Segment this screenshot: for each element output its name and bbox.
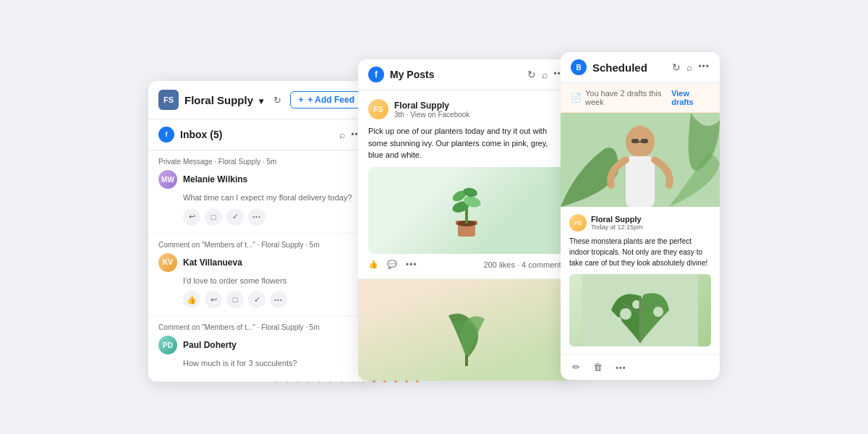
refresh-sched-icon[interactable]: ↻ [672,61,681,73]
posts-panel-header: f My Posts ↻ ⌕ ••• [358,59,575,90]
assign-icon[interactable]: □ [205,208,222,226]
brand-avatar: FS [158,90,179,110]
message-meta-3: Comment on "Members of t..." · Floral Su… [158,323,362,331]
share-icon[interactable]: ••• [406,260,417,270]
refresh-button[interactable]: ↻ [269,92,286,109]
post-author-info-1: Floral Supply 3th · View on Facebook [394,101,565,119]
post-item-1: FS Floral Supply 3th · View on Facebook … [358,90,575,279]
user-avatar-1: MW [158,170,177,189]
sched-post-image-2 [569,274,711,346]
view-drafts-link[interactable]: View drafts [671,89,710,106]
inbox-title: Inbox (5) [180,129,222,140]
message-actions-2: 👍 ↩ □ ✓ ••• [183,291,362,308]
post-engagement-1: 👍 💬 ••• 200 likes · 4 comments [368,260,565,270]
more-action-icon-2[interactable]: ••• [270,291,287,308]
post-image-2 [358,279,575,380]
sched-author-info: Floral Supply Today at 12:15pm [591,215,643,231]
message-text-2: I'd love to order some flowers [183,276,362,286]
post-author-meta-1: 3th · View on Facebook [394,111,565,119]
post-brand-avatar-1: FS [368,99,388,119]
svg-point-16 [620,308,631,320]
search-icon-posts[interactable]: ⌕ [542,69,548,80]
more-post-button[interactable]: ••• [613,362,629,373]
scheduled-post-image-1 [561,113,720,207]
post-author-row-1: FS Floral Supply 3th · View on Facebook [368,99,565,119]
posts-header-icons: ↻ ⌕ ••• [527,69,565,80]
scheduled-panel-header: B Scheduled ↻ ⌕ ••• [561,52,720,83]
svg-rect-11 [631,139,639,143]
assign-icon-2[interactable]: □ [226,291,244,308]
more-action-icon[interactable]: ••• [248,208,265,226]
scheduled-title-row: B Scheduled [571,59,647,75]
user-name-1: Melanie Wilkins [183,174,247,184]
search-sched-icon[interactable]: ⌕ [686,61,692,73]
svg-rect-14 [626,156,655,207]
svg-rect-12 [641,139,648,143]
refresh-icon[interactable]: ↻ [527,69,536,80]
message-actions-1: ↩ □ ✓ ••• [183,208,362,226]
reply-icon[interactable]: ↩ [183,208,200,226]
plant-illustration-1 [445,182,488,239]
monstera-illustration [569,274,711,346]
chevron-down-icon[interactable] [259,94,263,106]
edit-post-button[interactable]: ✏ [569,360,583,374]
message-item-1: Private Message · Floral Supply · 5m MW … [148,150,373,233]
posts-title-row: f My Posts [368,67,434,82]
check-icon-2[interactable]: ✓ [248,291,265,308]
scheduled-bg-plants [561,113,720,207]
facebook-icon: f [368,67,384,82]
scheduled-app-icon: B [571,59,587,75]
doc-icon: 📄 [571,93,582,103]
message-user-row-2: KV Kat Villanueva [158,253,362,272]
message-item-2: Comment on "Members of t..." · Floral Su… [148,234,373,316]
drafts-text: 📄 You have 2 drafts this week [571,89,671,106]
sched-author-meta: Today at 12:15pm [591,224,643,231]
inbox-panel: FS Floral Supply ↻ + + Add Feed f Inbox … [148,81,373,381]
check-icon[interactable]: ✓ [226,208,244,226]
message-item-3: Comment on "Members of t..." · Floral Su… [148,316,373,381]
add-feed-button[interactable]: + + Add Feed [290,91,362,109]
delete-post-button[interactable]: 🗑 [590,360,605,374]
message-user-row-1: MW Melanie Wilkins [158,170,362,189]
message-meta-2: Comment on "Members of t..." · Floral Su… [158,241,362,249]
message-text-1: What time can I expect my floral deliver… [183,192,362,203]
more-sched-icon[interactable]: ••• [698,61,710,73]
search-icon[interactable]: ⌕ [339,129,345,140]
user-avatar-2: KV [158,253,177,272]
post-image-1 [368,167,565,254]
posts-title: My Posts [390,69,434,80]
message-meta-1: Private Message · Floral Supply · 5m [158,158,362,166]
svg-rect-13 [638,141,641,142]
scheduled-post-actions: ✏ 🗑 ••• [561,354,720,380]
inbox-tab-row: f Inbox (5) ⌕ ••• [148,119,373,150]
my-posts-panel: f My Posts ↻ ⌕ ••• FS Floral Supply 3th … [358,59,575,380]
engagement-icons-1: 👍 💬 ••• [368,260,417,270]
brand-name: Floral Supply [184,94,253,106]
inbox-panel-header: FS Floral Supply ↻ + + Add Feed [148,81,373,119]
plant-illustration-2 [438,294,495,366]
sched-post-text: These monstera plants are the perfect in… [569,236,711,268]
scheduled-post-body-1: FS Floral Supply Today at 12:15pm These … [561,207,720,354]
post-text-1: Pick up one of our planters today and tr… [368,125,565,161]
sched-post-author-row: FS Floral Supply Today at 12:15pm [569,214,711,231]
user-name-3: Paul Doherty [183,340,237,350]
user-avatar-3: PD [158,336,177,354]
message-user-row-3: PD Paul Doherty [158,336,362,354]
tab-avatar: f [158,127,174,142]
like-engagement-icon[interactable]: 👍 [368,260,378,270]
user-name-2: Kat Villanueva [183,258,242,268]
scheduled-header-icons: ↻ ⌕ ••• [672,61,710,73]
like-icon[interactable]: 👍 [183,291,200,308]
inbox-header-actions: ↻ + + Add Feed [269,91,362,109]
message-text-3: How much is it for 3 succulents? [183,358,362,369]
scheduled-title: Scheduled [592,61,647,74]
reply-icon-2[interactable]: ↩ [205,291,222,308]
sched-brand-avatar: FS [569,214,587,231]
drafts-banner: 📄 You have 2 drafts this week View draft… [561,83,720,113]
plus-icon: + [298,95,303,105]
scheduled-panel: B Scheduled ↻ ⌕ ••• 📄 You have 2 drafts … [561,52,720,380]
panels-container: FS Floral Supply ↻ + + Add Feed f Inbox … [148,52,720,381]
inbox-brand: FS Floral Supply [158,90,263,110]
comment-engagement-icon[interactable]: 💬 [387,260,397,270]
svg-point-18 [653,307,663,317]
